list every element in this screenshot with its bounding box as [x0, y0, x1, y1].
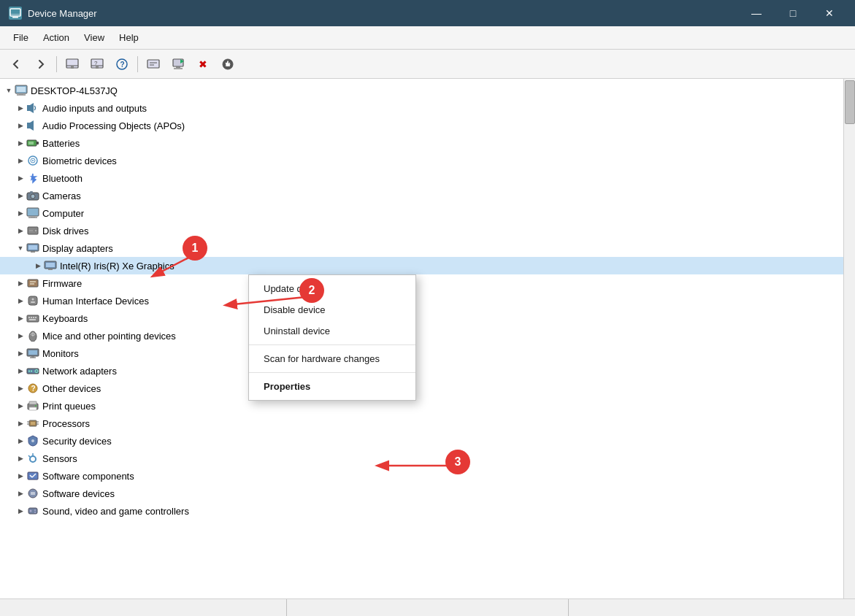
ctx-disable-device[interactable]: Disable device [249, 299, 415, 320]
tree-item[interactable]: ▶Audio inputs and outputs [0, 99, 843, 117]
tree-item[interactable]: ▶Print queues [0, 397, 843, 415]
close-button[interactable]: ✕ [813, 2, 846, 24]
menu-view[interactable]: View [77, 29, 112, 46]
forward-button[interactable] [29, 54, 53, 74]
svg-point-87 [31, 439, 34, 442]
tree-item[interactable]: ▶Mice and other pointing devices [0, 327, 843, 344]
device-icon [26, 119, 39, 132]
update-button[interactable]: ✖ [191, 54, 215, 74]
expand-toggle[interactable]: ▼ [15, 242, 26, 254]
svg-line-90 [28, 455, 31, 458]
tree-item[interactable]: ▶Human Interface Devices [0, 292, 843, 309]
install-button[interactable] [216, 54, 239, 74]
tree-item-label: Biometric devices [42, 155, 117, 166]
ctx-uninstall-device[interactable]: Uninstall device [249, 320, 415, 342]
back-button[interactable] [4, 54, 28, 74]
properties-button[interactable] [142, 54, 165, 74]
svg-rect-59 [28, 317, 30, 318]
device-icon [26, 136, 39, 150]
tree-item[interactable]: ▶Monitors [0, 344, 843, 362]
tree-item[interactable]: ▶Bluetooth [0, 169, 843, 187]
tree-item[interactable]: ▶Cameras [0, 187, 843, 204]
expand-toggle[interactable]: ▶ [15, 137, 26, 149]
svg-point-56 [32, 299, 34, 301]
device-icon [26, 189, 39, 202]
show-all-button[interactable] [61, 54, 84, 74]
tree-item[interactable]: ▶Sensors [0, 450, 843, 467]
tree-item[interactable]: ▶Software devices [0, 485, 843, 502]
maximize-button[interactable]: □ [776, 2, 810, 24]
expand-toggle[interactable]: ▶ [15, 453, 26, 464]
tree-item[interactable]: ▼Display adapters [0, 239, 843, 257]
no-driver-button[interactable]: ? [85, 54, 109, 74]
window-controls: — □ ✕ [740, 2, 846, 24]
expand-toggle[interactable]: ▶ [15, 417, 26, 429]
expand-toggle[interactable]: ▶ [15, 505, 26, 517]
menu-action[interactable]: Action [36, 29, 77, 46]
expand-toggle[interactable]: ▶ [15, 470, 26, 482]
annotation-2: 2 [299, 278, 324, 303]
scan-button[interactable] [166, 54, 190, 74]
svg-rect-0 [10, 9, 20, 16]
tree-item[interactable]: ▶Keyboards [0, 309, 843, 327]
expand-toggle[interactable]: ▶ [15, 435, 26, 447]
expand-toggle[interactable]: ▶ [15, 312, 26, 324]
expand-toggle[interactable]: ▶ [15, 172, 26, 184]
tree-item[interactable]: ▶Biometric devices [0, 152, 843, 169]
tree-item[interactable]: ▶Processors [0, 415, 843, 432]
expand-toggle[interactable]: ▶ [32, 260, 44, 272]
tree-item[interactable]: ▶Computer [0, 204, 843, 222]
content-area: ▼ DESKTOP-4L537JQ ▶Audio inputs and outp… [0, 79, 855, 598]
svg-rect-27 [27, 105, 30, 111]
root-label: DESKTOP-4L537JQ [31, 85, 118, 96]
expand-toggle[interactable]: ▶ [15, 365, 26, 377]
expand-toggle[interactable]: ▶ [15, 488, 26, 499]
tree-item[interactable]: ▶Firmware [0, 274, 843, 292]
expand-toggle[interactable]: ▶ [15, 190, 26, 201]
tree-item[interactable]: ▶Batteries [0, 134, 843, 152]
tree-item[interactable]: ▶Security devices [0, 432, 843, 450]
menu-file[interactable]: File [6, 29, 36, 46]
tree-item[interactable]: ▶Disk drives [0, 222, 843, 239]
tree-root[interactable]: ▼ DESKTOP-4L537JQ [0, 82, 843, 99]
expand-toggle[interactable]: ▶ [15, 382, 26, 394]
expand-toggle[interactable]: ▶ [15, 277, 26, 289]
tree-item[interactable]: ▶?Other devices [0, 380, 843, 397]
expand-toggle[interactable]: ▶ [15, 400, 26, 412]
svg-rect-5 [71, 66, 74, 69]
help-button[interactable]: ? [110, 54, 134, 74]
tree-panel[interactable]: ▼ DESKTOP-4L537JQ ▶Audio inputs and outp… [0, 79, 843, 598]
tree-item[interactable]: ▶Audio Processing Objects (APOs) [0, 117, 843, 134]
scrollbar[interactable] [843, 79, 855, 598]
ctx-properties[interactable]: Properties [249, 376, 415, 397]
svg-rect-79 [29, 407, 37, 410]
ctx-update-driver[interactable]: Update driver [249, 278, 415, 299]
tree-item[interactable]: ▶Sound, video and game controllers [0, 502, 843, 520]
expand-toggle[interactable]: ▶ [15, 120, 26, 131]
tree-item-label: Computer [42, 208, 84, 219]
svg-rect-48 [31, 251, 35, 253]
svg-marker-30 [30, 120, 34, 131]
minimize-button[interactable]: — [740, 2, 773, 24]
svg-point-38 [31, 194, 35, 199]
tree-item[interactable]: ▶Intel(R) Iris(R) Xe Graphics [0, 257, 843, 274]
svg-rect-29 [27, 123, 30, 128]
tree-item[interactable]: ▶Network adapters [0, 362, 843, 380]
expand-toggle[interactable]: ▶ [15, 155, 26, 166]
expand-toggle[interactable]: ▶ [15, 225, 26, 236]
expand-toggle[interactable]: ▶ [15, 295, 26, 307]
expand-toggle[interactable]: ▶ [15, 347, 26, 359]
ctx-scan-hardware[interactable]: Scan for hardware changes [249, 348, 415, 369]
computer-icon [15, 84, 28, 97]
expand-toggle[interactable]: ▶ [15, 330, 26, 342]
svg-rect-51 [48, 269, 53, 270]
svg-rect-47 [28, 245, 37, 250]
tree-item[interactable]: ▶Software components [0, 467, 843, 485]
expand-toggle[interactable]: ▶ [15, 102, 26, 114]
expand-toggle[interactable]: ▶ [15, 207, 26, 219]
tree-item-label: Human Interface Devices [42, 296, 149, 307]
svg-text:?: ? [31, 385, 36, 393]
menu-help[interactable]: Help [112, 29, 146, 46]
tree-item-label: Other devices [42, 383, 101, 394]
expand-root[interactable]: ▼ [3, 85, 15, 96]
